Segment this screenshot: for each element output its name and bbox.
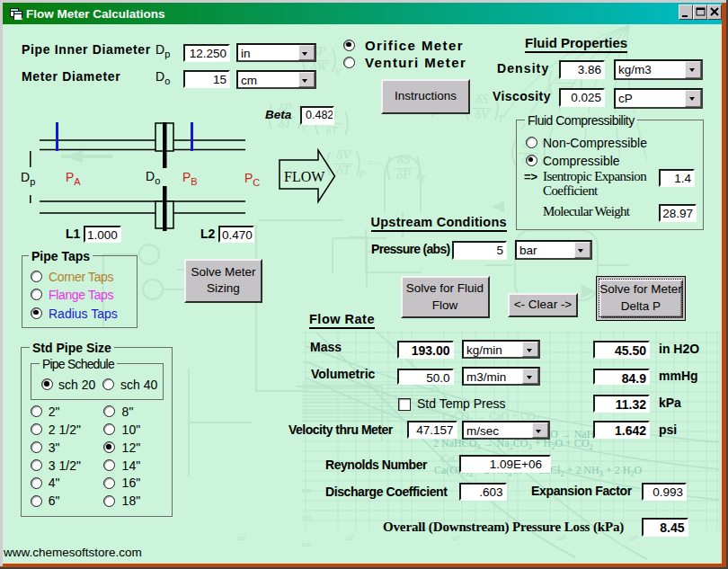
svg-text:V: V — [335, 66, 342, 76]
svg-text:δS: δS — [475, 92, 489, 106]
svg-text:106: 106 — [629, 535, 638, 541]
svg-text:δS: δS — [397, 152, 411, 166]
svg-text:0.60: 0.60 — [302, 488, 311, 493]
svg-text:=−: =− — [367, 156, 384, 170]
svg-text:δV: δV — [475, 107, 491, 121]
svg-text:102: 102 — [237, 535, 246, 541]
svg-text:FLOW: FLOW — [284, 169, 325, 184]
svg-text:δP: δP — [396, 167, 411, 182]
svg-text:0.55: 0.55 — [302, 515, 311, 520]
svg-text:0.50: 0.50 — [302, 542, 311, 547]
svg-text:103: 103 — [345, 535, 354, 541]
svg-text:104: 104 — [451, 535, 460, 541]
svg-text:105: 105 — [557, 535, 566, 541]
svg-text:T: T — [498, 112, 505, 125]
